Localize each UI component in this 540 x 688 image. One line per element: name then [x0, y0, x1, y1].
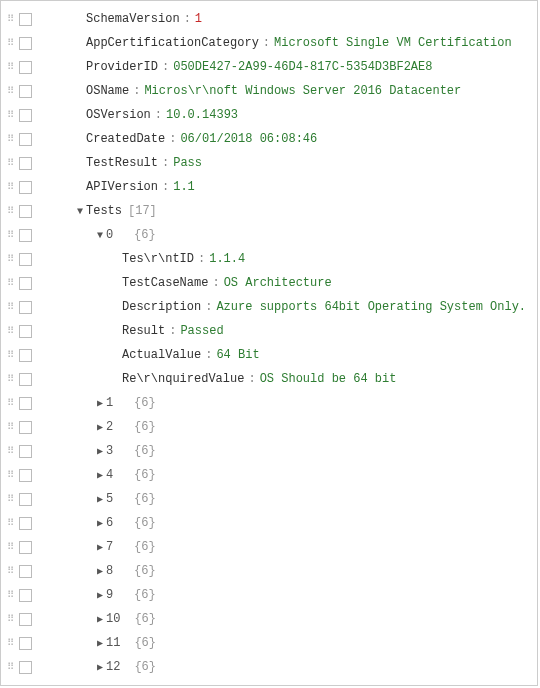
drag-handle-icon[interactable]	[5, 373, 15, 385]
drag-handle-icon[interactable]	[5, 61, 15, 73]
expand-toggle-icon[interactable]: ▶	[94, 517, 106, 529]
checkbox[interactable]	[19, 253, 32, 266]
checkbox[interactable]	[19, 13, 32, 26]
drag-handle-icon[interactable]	[5, 205, 15, 217]
drag-handle-icon[interactable]	[5, 277, 15, 289]
drag-handle-icon[interactable]	[5, 85, 15, 97]
drag-handle-icon[interactable]	[5, 421, 15, 433]
checkbox[interactable]	[19, 565, 32, 578]
drag-handle-icon[interactable]	[5, 493, 15, 505]
property-value: Micros\r\noft Windows Server 2016 Datace…	[144, 84, 461, 98]
expand-toggle-icon[interactable]: ▶	[94, 541, 106, 553]
root-prop-row: CreatedDate:06/01/2018 06:08:46	[1, 127, 537, 151]
drag-handle-icon[interactable]	[5, 469, 15, 481]
checkbox[interactable]	[19, 205, 32, 218]
property-value: Azure supports 64bit Operating System On…	[216, 300, 526, 314]
object-size: {6}	[134, 564, 156, 578]
property-key: Result	[122, 324, 165, 338]
tests-array-row: ▼Tests[17]	[1, 199, 537, 223]
array-index: 4	[106, 468, 120, 482]
array-index: 1	[106, 396, 120, 410]
expand-toggle-icon[interactable]: ▶	[94, 589, 106, 601]
drag-handle-icon[interactable]	[5, 349, 15, 361]
checkbox[interactable]	[19, 517, 32, 530]
drag-handle-icon[interactable]	[5, 13, 15, 25]
object-size: {6}	[134, 492, 156, 506]
property-value: Microsoft Single VM Certification	[274, 36, 512, 50]
drag-handle-icon[interactable]	[5, 565, 15, 577]
drag-handle-icon[interactable]	[5, 229, 15, 241]
expand-toggle-icon[interactable]: ▶	[94, 661, 106, 673]
checkbox[interactable]	[19, 493, 32, 506]
drag-handle-icon[interactable]	[5, 109, 15, 121]
checkbox[interactable]	[19, 277, 32, 290]
checkbox[interactable]	[19, 421, 32, 434]
object-size: {6}	[134, 540, 156, 554]
property-key: TestResult	[86, 156, 158, 170]
expand-toggle-icon[interactable]: ▶	[94, 493, 106, 505]
checkbox[interactable]	[19, 109, 32, 122]
drag-handle-icon[interactable]	[5, 325, 15, 337]
drag-handle-icon[interactable]	[5, 253, 15, 265]
checkbox[interactable]	[19, 133, 32, 146]
checkbox[interactable]	[19, 637, 32, 650]
checkbox[interactable]	[19, 469, 32, 482]
expand-toggle-icon[interactable]: ▼	[74, 206, 86, 217]
checkbox[interactable]	[19, 661, 32, 674]
object-size: {6}	[134, 228, 156, 242]
checkbox[interactable]	[19, 349, 32, 362]
checkbox[interactable]	[19, 613, 32, 626]
checkbox[interactable]	[19, 37, 32, 50]
test0-prop-row: TestCaseName:OS Architecture	[1, 271, 537, 295]
checkbox[interactable]	[19, 445, 32, 458]
checkbox[interactable]	[19, 301, 32, 314]
drag-handle-icon[interactable]	[5, 661, 15, 673]
array-index: 11	[106, 636, 120, 650]
separator: :	[162, 156, 169, 170]
drag-handle-icon[interactable]	[5, 445, 15, 457]
property-key: TestCaseName	[122, 276, 208, 290]
checkbox[interactable]	[19, 325, 32, 338]
expand-toggle-icon[interactable]: ▶	[94, 613, 106, 625]
object-size: {6}	[134, 396, 156, 410]
property-value: OS Architecture	[224, 276, 332, 290]
drag-handle-icon[interactable]	[5, 133, 15, 145]
drag-handle-icon[interactable]	[5, 517, 15, 529]
expand-toggle-icon[interactable]: ▶	[94, 637, 106, 649]
drag-handle-icon[interactable]	[5, 541, 15, 553]
checkbox[interactable]	[19, 541, 32, 554]
root-prop-row: SchemaVersion:1	[1, 7, 537, 31]
object-size: {6}	[134, 588, 156, 602]
checkbox[interactable]	[19, 61, 32, 74]
test0-prop-row: Result:Passed	[1, 319, 537, 343]
expand-toggle-icon[interactable]: ▶	[94, 397, 106, 409]
checkbox[interactable]	[19, 181, 32, 194]
expand-toggle-icon[interactable]: ▶	[94, 565, 106, 577]
checkbox[interactable]	[19, 157, 32, 170]
object-size: {6}	[134, 612, 156, 626]
expand-toggle-icon[interactable]: ▶	[94, 421, 106, 433]
property-key: Re\r\nquiredValue	[122, 372, 244, 386]
drag-handle-icon[interactable]	[5, 37, 15, 49]
separator: :	[212, 276, 219, 290]
expand-toggle-icon[interactable]: ▶	[94, 469, 106, 481]
checkbox[interactable]	[19, 589, 32, 602]
drag-handle-icon[interactable]	[5, 157, 15, 169]
property-key: Tests	[86, 204, 122, 218]
drag-handle-icon[interactable]	[5, 637, 15, 649]
drag-handle-icon[interactable]	[5, 301, 15, 313]
root-prop-row: ProviderID:050DE427-2A99-46D4-817C-5354D…	[1, 55, 537, 79]
array-index: 5	[106, 492, 120, 506]
expand-toggle-icon[interactable]: ▼	[94, 230, 106, 241]
checkbox[interactable]	[19, 397, 32, 410]
checkbox[interactable]	[19, 229, 32, 242]
drag-handle-icon[interactable]	[5, 613, 15, 625]
drag-handle-icon[interactable]	[5, 397, 15, 409]
separator: :	[155, 108, 162, 122]
expand-toggle-icon[interactable]: ▶	[94, 445, 106, 457]
drag-handle-icon[interactable]	[5, 181, 15, 193]
checkbox[interactable]	[19, 85, 32, 98]
drag-handle-icon[interactable]	[5, 589, 15, 601]
property-key: Description	[122, 300, 201, 314]
checkbox[interactable]	[19, 373, 32, 386]
